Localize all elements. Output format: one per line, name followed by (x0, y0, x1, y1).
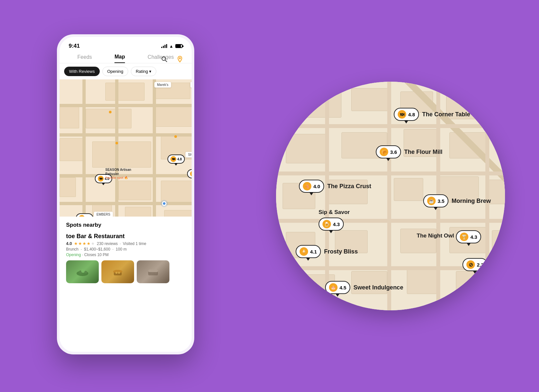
sip-savor-rating: 4.3 (333, 221, 340, 227)
spot-card-toe[interactable]: toe Bar & Restaurant 4.0 ★ ★ ★ ★ ★ 230 r… (66, 233, 185, 288)
frosty-bliss-rating: 4.1 (310, 249, 317, 254)
food-photo-2 (101, 260, 134, 283)
flour-mill-rating: 3.6 (390, 149, 397, 155)
sweet-indulgence-icon: 🎂 (329, 283, 338, 292)
svg-point-0 (162, 57, 165, 60)
spot-status: Opening · Closes 10 PM (66, 253, 185, 257)
zoom-pin-pizza-crust[interactable]: 🍕 4.0 The Pizza Crust (299, 180, 371, 193)
spot-photos (66, 260, 185, 283)
chip-with-reviews[interactable]: With Reviews (64, 67, 100, 76)
unknown-icon: ⊘ (466, 260, 475, 269)
zoom-pin-frosty-bliss[interactable]: 🍦 4.1 Frosty Bliss (296, 245, 358, 258)
morning-brew-name: Morning Brew (452, 198, 491, 204)
pizza-crust-rating: 4.0 (313, 184, 320, 189)
sip-savor-icon: 🍺 (322, 220, 331, 228)
spot-distance: 100 m (116, 247, 127, 252)
spots-section: Spots nearby toe Bar & Restaurant 4.0 ★ … (60, 217, 192, 293)
sip-savor-bubble: 🍺 4.3 (319, 218, 344, 231)
corner-table-rating: 4.8 (408, 112, 415, 117)
svg-point-9 (115, 272, 117, 274)
rating-stars: ★ ★ ★ ★ ★ (74, 241, 95, 246)
morning-brew-bubble: ☕ 3.5 (423, 194, 448, 207)
battery-icon (175, 44, 183, 48)
zoom-pin-unknown[interactable]: ⊘ 2.3 (462, 258, 488, 271)
zoom-pin-corner-table[interactable]: 🍽 4.8 The Corner Table (394, 108, 470, 121)
wifi-icon: ▲ (169, 44, 173, 49)
spot-category: Brunch (66, 247, 78, 252)
food-photo-1 (66, 260, 99, 283)
zoom-pin-sip-savor[interactable]: Sip & Savor 🍺 4.3 (319, 209, 350, 231)
map-pin-shinn[interactable]: 🍽 4.8 (167, 155, 185, 164)
zoom-pin-night-owl[interactable]: The Night Owl 🍸 4.3 (417, 230, 481, 243)
svg-point-6 (84, 271, 87, 273)
frosty-bliss-bubble: 🍦 4.1 (296, 245, 321, 258)
flour-mill-name: The Flour Mill (404, 149, 443, 155)
svg-point-10 (118, 272, 120, 274)
svg-point-8 (113, 270, 122, 273)
night-owl-icon: 🍸 (460, 233, 468, 241)
status-bar: 9:41 ▲ (60, 37, 192, 51)
scene: 9:41 ▲ Feeds Map (41, 24, 498, 368)
zoom-pin-sweet-indulgence[interactable]: 🎂 4.5 Sweet Indulgence (325, 281, 403, 294)
frosty-bliss-icon: 🍦 (300, 247, 308, 256)
corner-table-bubble: 🍽 4.8 (394, 108, 419, 121)
pizza-crust-name: The Pizza Crust (327, 183, 371, 190)
tab-feeds[interactable]: Feeds (78, 54, 92, 63)
svg-line-1 (165, 60, 167, 62)
spot-visited: Visited 1 time (123, 241, 146, 246)
svg-rect-12 (148, 270, 158, 272)
zoom-pin-flour-mill[interactable]: 🥐 3.6 The Flour Mill (376, 145, 443, 158)
corner-table-icon: 🍽 (398, 110, 406, 119)
flour-mill-bubble: 🥐 3.6 (376, 145, 401, 158)
photo-3 (137, 260, 169, 283)
photo-2 (101, 260, 134, 283)
night-owl-bubble: 🍸 4.3 (456, 230, 481, 243)
frosty-bliss-name: Frosty Bliss (324, 248, 358, 255)
nav-action-icons (159, 54, 185, 64)
tab-map[interactable]: Map (114, 54, 125, 63)
spot-rating-row: 4.0 ★ ★ ★ ★ ★ 230 reviews · Visited 1 ti… (66, 241, 185, 246)
svg-point-14 (152, 273, 154, 275)
spot-price: $1,400~$1,600 (84, 247, 110, 252)
phone-screen: 9:41 ▲ Feeds Map (60, 37, 192, 352)
food-photo-3 (137, 260, 169, 283)
spot-name: toe Bar & Restaurant (66, 233, 185, 240)
spot-rating-value: 4.0 (66, 241, 72, 246)
pizza-crust-bubble: 🍕 4.0 (299, 180, 324, 193)
sweet-indulgence-rating: 4.5 (339, 285, 346, 290)
morning-brew-rating: 3.5 (438, 198, 444, 204)
signal-icon (161, 44, 167, 48)
chip-opening[interactable]: Opening (102, 67, 128, 76)
filter-row: With Reviews Opening Rating ▾ (60, 63, 192, 79)
svg-point-13 (149, 272, 151, 274)
svg-point-2 (179, 57, 181, 59)
photo-1 (66, 260, 99, 283)
map-pin-embers[interactable]: 🍽 4.0 (76, 213, 93, 217)
night-owl-rating: 4.3 (470, 234, 477, 240)
svg-point-15 (155, 272, 157, 274)
location-pin-icon[interactable] (175, 54, 185, 64)
zoom-circle: 🍽 4.8 The Corner Table 🥐 3.6 The Flour M… (276, 82, 505, 310)
nav-tabs: Feeds Map Challenges (60, 51, 192, 63)
user-location-dot (162, 201, 166, 206)
corner-table-name: The Corner Table (422, 111, 470, 118)
zoom-pin-morning-brew[interactable]: ☕ 3.5 Morning Brew (423, 194, 491, 207)
spot-reviews: 230 reviews (97, 241, 118, 246)
sweet-indulgence-bubble: 🎂 4.5 (325, 281, 350, 294)
spot-info: Brunch · $1,400~$1,600 · 100 m (66, 247, 185, 252)
pizza-crust-icon: 🍕 (303, 182, 311, 190)
unknown-rating: 2.3 (477, 262, 484, 268)
flour-mill-icon: 🥐 (380, 148, 388, 156)
sweet-indulgence-name: Sweet Indulgence (354, 284, 403, 291)
morning-brew-icon: ☕ (427, 197, 436, 205)
phone-frame: 9:41 ▲ Feeds Map (57, 34, 194, 354)
status-time: 9:41 (69, 43, 80, 49)
chip-rating[interactable]: Rating ▾ (131, 67, 157, 76)
unknown-bubble: ⊘ 2.3 (462, 258, 488, 271)
status-icons: ▲ (161, 44, 183, 49)
map-area[interactable]: Marek's Whisper 🍽 4.0 SEASON Artisan Pat… (60, 79, 192, 217)
search-icon[interactable] (159, 54, 169, 64)
spots-nearby-title: Spots nearby (66, 222, 185, 228)
